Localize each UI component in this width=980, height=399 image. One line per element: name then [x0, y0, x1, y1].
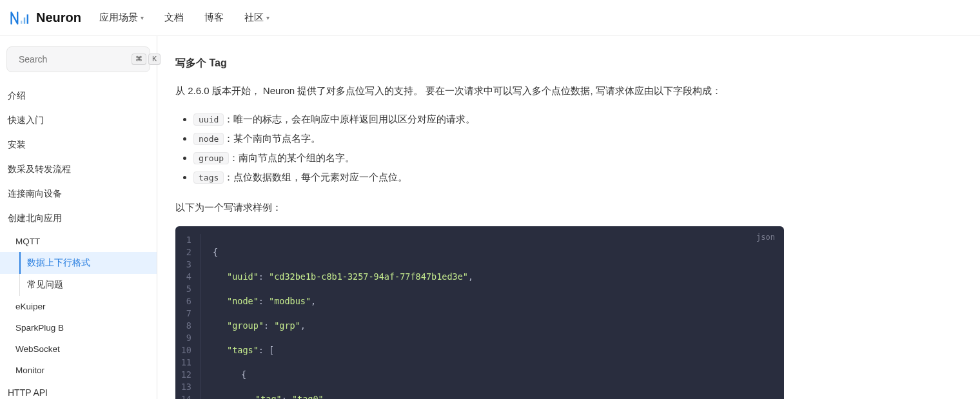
brand-text: Neuron: [36, 10, 81, 25]
intro-paragraph: 从 2.6.0 版本开始， Neuron 提供了对多点位写入的支持。 要在一次请…: [175, 82, 784, 99]
sidebar-item-install[interactable]: 安装: [0, 133, 157, 157]
inline-code: group: [193, 152, 229, 164]
section-heading: 写多个 Tag: [175, 57, 784, 70]
list-text: ：唯一的标志，会在响应中原样返回用以区分对应的请求。: [224, 113, 475, 124]
chevron-down-icon: ▾: [266, 14, 270, 21]
list-item: group：南向节点的某个组的名字。: [193, 148, 784, 168]
neuron-logo-icon: [10, 10, 31, 26]
sidebar-item-data-format[interactable]: 数据上下行格式: [0, 252, 157, 274]
sidebar-item-websocket[interactable]: WebSocket: [0, 338, 157, 360]
list-item: tags：点位数据数组，每个元素对应一个点位。: [193, 168, 784, 187]
top-nav: Neuron 应用场景▾ 文档 博客 社区▾: [0, 0, 980, 36]
main-nav: 应用场景▾ 文档 博客 社区▾: [99, 12, 270, 24]
sidebar-item-mqtt[interactable]: MQTT: [0, 231, 157, 252]
list-item: node：某个南向节点名字。: [193, 129, 784, 148]
nav-docs[interactable]: 文档: [164, 12, 184, 24]
search-box[interactable]: ⌘ K: [6, 46, 150, 72]
list-text: ：某个南向节点名字。: [224, 133, 320, 144]
sidebar-item-sparkplug[interactable]: SparkPlug B: [0, 317, 157, 338]
sidebar-item-monitor[interactable]: Monitor: [0, 360, 157, 381]
logo[interactable]: Neuron: [10, 10, 81, 26]
kbd-k: K: [148, 54, 161, 65]
code-sample: json 123456789101112131415 { "uuid": "cd…: [175, 226, 784, 399]
sidebar-item-quickstart[interactable]: 快速入门: [0, 108, 157, 133]
sidebar-item-httpapi[interactable]: HTTP API: [0, 381, 157, 399]
sidebar-item-create-north[interactable]: 创建北向应用: [0, 206, 157, 231]
chevron-down-icon: ▾: [141, 14, 144, 21]
svg-rect-0: [21, 21, 22, 24]
list-item: uuid：唯一的标志，会在响应中原样返回用以区分对应的请求。: [193, 110, 784, 129]
inline-code: tags: [193, 171, 224, 184]
code-body: { "uuid": "cd32be1b-c8b1-3257-94af-77f84…: [201, 234, 473, 399]
main-content: 写多个 Tag 从 2.6.0 版本开始， Neuron 提供了对多点位写入的支…: [157, 36, 802, 399]
search-shortcut: ⌘ K: [132, 54, 161, 65]
sidebar-item-faq[interactable]: 常见问题: [0, 274, 157, 296]
nav-blog[interactable]: 博客: [204, 12, 224, 24]
field-list: uuid：唯一的标志，会在响应中原样返回用以区分对应的请求。 node：某个南向…: [175, 110, 784, 187]
kbd-cmd: ⌘: [132, 54, 146, 65]
sidebar-item-connect[interactable]: 连接南向设备: [0, 182, 157, 206]
sidebar-item-collect[interactable]: 数采及转发流程: [0, 157, 157, 182]
svg-rect-2: [27, 14, 28, 23]
nav-community-label: 社区: [244, 12, 264, 24]
search-input[interactable]: [19, 54, 132, 64]
nav-community[interactable]: 社区▾: [244, 12, 270, 24]
svg-rect-1: [24, 17, 25, 24]
sidebar-item-intro[interactable]: 介绍: [0, 84, 157, 108]
list-text: ：南向节点的某个组的名字。: [229, 152, 355, 163]
inline-code: uuid: [193, 113, 224, 126]
sidebar: ⌘ K 介绍 快速入门 安装 数采及转发流程 连接南向设备 创建北向应用 MQT…: [0, 36, 157, 399]
sidebar-item-ekuiper[interactable]: eKuiper: [0, 296, 157, 317]
code-language-label: json: [756, 231, 775, 244]
example-label: 以下为一个写请求样例：: [175, 199, 784, 216]
nav-scenes[interactable]: 应用场景▾: [99, 12, 144, 24]
list-text: ：点位数据数组，每个元素对应一个点位。: [224, 171, 407, 182]
inline-code: node: [193, 133, 224, 145]
nav-scenes-label: 应用场景: [99, 12, 138, 24]
code-gutter: 123456789101112131415: [175, 234, 201, 399]
side-menu: 介绍 快速入门 安装 数采及转发流程 连接南向设备 创建北向应用 MQTT 数据…: [0, 84, 157, 399]
